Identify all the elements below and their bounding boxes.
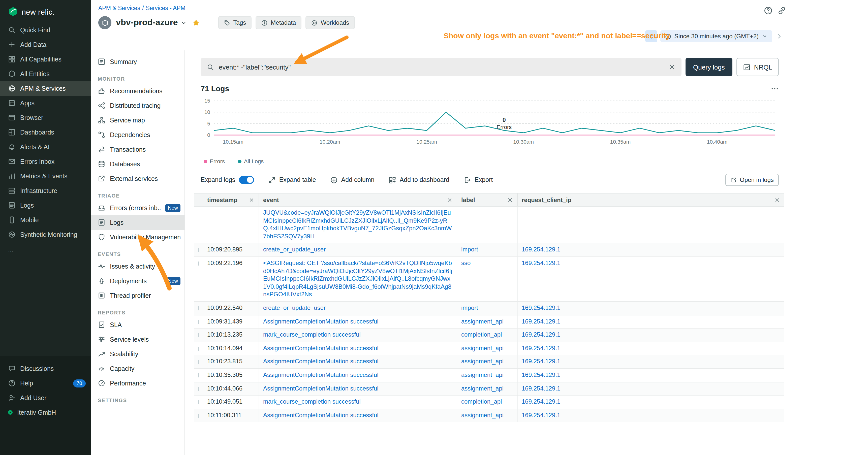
sidebar-item-quick-find[interactable]: Quick Find <box>0 23 91 37</box>
clear-search-icon[interactable] <box>669 64 676 70</box>
event-link[interactable]: AssignmentCompletionMutation successful <box>263 318 453 325</box>
ip-link[interactable]: 169.254.129.1 <box>522 246 780 254</box>
table-row[interactable]: 10:10:49.051mark_course_completion succe… <box>194 395 784 409</box>
ip-link[interactable]: 169.254.129.1 <box>522 398 780 406</box>
row-checkbox[interactable] <box>198 360 199 364</box>
open-in-logs-button[interactable]: Open in logs <box>725 174 779 186</box>
subnav-item-logs[interactable]: Logs <box>91 215 185 230</box>
label-link[interactable]: assignment_api <box>461 358 513 366</box>
ip-link[interactable]: 169.254.129.1 <box>522 358 780 366</box>
favorite-star-icon[interactable] <box>192 19 200 27</box>
sidebar-item-discussions[interactable]: Discussions <box>0 361 91 376</box>
table-row[interactable]: 10:09:31.439AssignmentCompletionMutation… <box>194 315 784 328</box>
subnav-item-vulnerability-management[interactable]: Vulnerability Management <box>91 230 185 245</box>
table-row[interactable]: 10:11:00.311AssignmentCompletionMutation… <box>194 409 784 422</box>
subnav-item-service-levels[interactable]: Service levels <box>91 332 185 347</box>
label-link[interactable]: assignment_api <box>461 385 513 392</box>
table-row[interactable]: JUQVU&code=eyJraWQiOiJjcGltY29yZV8wOTl1M… <box>194 206 784 243</box>
subnav-item-external-services[interactable]: External services <box>91 171 185 186</box>
label-link[interactable]: completion_api <box>461 398 513 406</box>
ip-link[interactable]: 169.254.129.1 <box>522 304 780 312</box>
event-link[interactable]: AssignmentCompletionMutation successful <box>263 385 453 392</box>
table-row[interactable]: 10:10:35.305AssignmentCompletionMutation… <box>194 369 784 382</box>
breadcrumb-services-apm[interactable]: Services - APM <box>146 5 186 11</box>
sidebar-item-apps[interactable]: Apps <box>0 96 91 110</box>
subnav-item-thread-profiler[interactable]: Thread profiler <box>91 288 185 303</box>
sidebar-item-alerts-ai[interactable]: Alerts & AI <box>0 139 91 154</box>
sidebar-item-all-entities[interactable]: All Entities <box>0 66 91 81</box>
label-link[interactable]: assignment_api <box>461 345 513 352</box>
label-link[interactable]: assignment_api <box>461 412 513 419</box>
table-row[interactable]: 10:10:14.094AssignmentCompletionMutation… <box>194 342 784 355</box>
table-row[interactable]: 10:10:13.235mark_course_completion succe… <box>194 328 784 342</box>
legend-item-all-logs[interactable]: All Logs <box>238 158 264 164</box>
subnav-item-recommendations[interactable]: Recommendations <box>91 84 185 98</box>
label-link[interactable]: sso <box>461 260 513 267</box>
label-link[interactable]: assignment_api <box>461 371 513 379</box>
row-checkbox[interactable] <box>198 306 199 311</box>
event-link[interactable]: mark_course_completion successful <box>263 398 453 406</box>
subnav-item-sla[interactable]: SLA <box>91 318 185 332</box>
row-checkbox[interactable] <box>198 414 199 418</box>
row-checkbox[interactable] <box>198 347 199 351</box>
add-to-dashboard-button[interactable]: Add to dashboard <box>389 176 450 184</box>
ip-link[interactable]: 169.254.129.1 <box>522 371 780 379</box>
nrql-button[interactable]: NRQL <box>737 58 779 76</box>
sidebar-item-apm-services[interactable]: APM & Services <box>0 81 91 96</box>
row-checkbox[interactable] <box>198 320 199 324</box>
subnav-item-distributed-tracing[interactable]: Distributed tracing <box>91 98 185 113</box>
sidebar-item-item[interactable]: ... <box>0 242 91 257</box>
subnav-item-capacity[interactable]: Capacity <box>91 361 185 376</box>
chip-metadata[interactable]: Metadata <box>255 16 302 29</box>
subnav-item-transactions[interactable]: Transactions <box>91 142 185 157</box>
time-forward-button[interactable] <box>775 32 783 40</box>
remove-column-request-client-ip-icon[interactable] <box>774 197 780 203</box>
event-link[interactable]: mark_course_completion successful <box>263 331 453 339</box>
sidebar-item-errors-inbox[interactable]: Errors Inbox <box>0 154 91 169</box>
help-icon[interactable] <box>764 6 773 15</box>
sidebar-item-help[interactable]: Help70 <box>0 376 91 390</box>
row-checkbox[interactable] <box>198 248 199 252</box>
label-link[interactable]: assignment_api <box>461 318 513 325</box>
table-row[interactable]: 10:10:23.815AssignmentCompletionMutation… <box>194 356 784 369</box>
permalink-icon[interactable] <box>777 6 786 15</box>
sidebar-item-add-data[interactable]: Add Data <box>0 37 91 52</box>
table-row[interactable]: 10:09:22.540create_or_update_userimport1… <box>194 302 784 315</box>
chip-workloads[interactable]: Workloads <box>306 16 354 29</box>
sidebar-item-iterativ-gmbh[interactable]: Iterativ GmbH <box>0 405 91 420</box>
logs-search-input[interactable]: event:* -"label":"security" <box>200 58 682 76</box>
add-column-button[interactable]: Add column <box>330 176 374 184</box>
sidebar-item-dashboards[interactable]: Dashboards <box>0 125 91 139</box>
subnav-item-performance[interactable]: Performance <box>91 376 185 390</box>
sidebar-item-mobile[interactable]: Mobile <box>0 213 91 227</box>
chip-tags[interactable]: Tags <box>218 16 252 29</box>
event-link[interactable]: AssignmentCompletionMutation successful <box>263 345 453 352</box>
sidebar-item-logs[interactable]: Logs <box>0 198 91 213</box>
event-link[interactable]: <ASGIRequest: GET '/sso/callback/?state=… <box>263 260 453 299</box>
new-relic-logo[interactable]: new relic. <box>0 0 91 23</box>
ip-link[interactable]: 169.254.129.1 <box>522 318 780 325</box>
sidebar-item-metrics-events[interactable]: Metrics & Events <box>0 169 91 184</box>
sidebar-item-browser[interactable]: Browser <box>0 110 91 125</box>
subnav-item-errors-errors-inb[interactable]: Errors (errors inb...New <box>91 200 185 215</box>
event-link[interactable]: JUQVU&code=eyJraWQiOiJjcGltY29yZV8wOTl1M… <box>263 209 453 240</box>
row-checkbox[interactable] <box>198 261 199 265</box>
row-checkbox[interactable] <box>198 387 199 391</box>
subnav-item-issues-activity[interactable]: Issues & activity <box>91 259 185 273</box>
table-row[interactable]: 10:09:22.196<ASGIRequest: GET '/sso/call… <box>194 257 784 302</box>
event-link[interactable]: create_or_update_user <box>263 304 453 312</box>
remove-column-label-icon[interactable] <box>507 197 513 203</box>
label-link[interactable]: import <box>461 246 513 254</box>
time-range-button[interactable]: Since 30 minutes ago (GMT+2) <box>660 30 772 42</box>
ip-link[interactable]: 169.254.129.1 <box>522 331 780 339</box>
event-link[interactable]: create_or_update_user <box>263 246 453 254</box>
remove-column-timestamp-icon[interactable] <box>248 197 254 203</box>
row-checkbox[interactable] <box>198 333 199 337</box>
expand-table-button[interactable]: Expand table <box>268 176 316 184</box>
expand-logs-toggle[interactable]: Expand logs <box>200 176 254 184</box>
ip-link[interactable]: 169.254.129.1 <box>522 412 780 419</box>
export-button[interactable]: Export <box>464 176 493 184</box>
subnav-item-service-map[interactable]: Service map <box>91 113 185 128</box>
legend-item-errors[interactable]: Errors <box>204 158 225 164</box>
table-row[interactable]: 10:09:20.895create_or_update_userimport1… <box>194 243 784 257</box>
